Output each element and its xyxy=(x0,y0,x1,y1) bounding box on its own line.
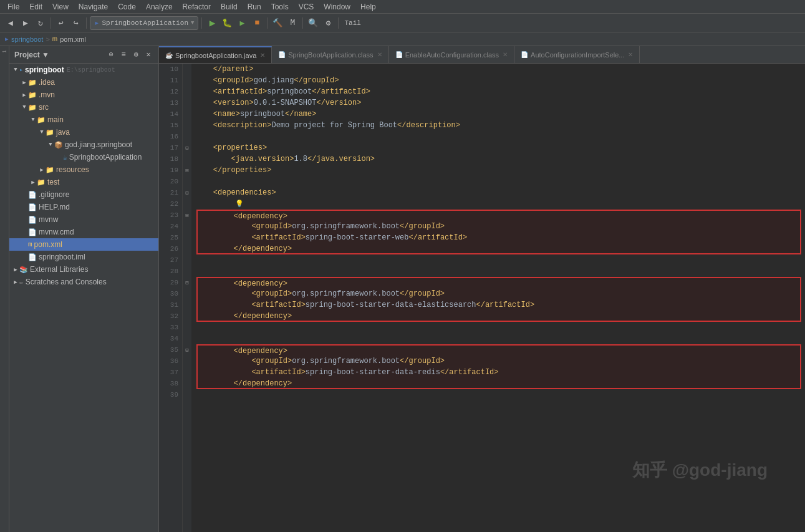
code-line-25: <artifactId>spring-boot-starter-web</art… xyxy=(196,232,801,243)
menu-item-refactor[interactable]: Refactor xyxy=(178,1,216,12)
tree-item-god-pkg[interactable]: ▼📦god.jiang.springboot xyxy=(9,138,158,151)
breadcrumb-project[interactable]: springboot xyxy=(11,36,43,43)
sync-btn[interactable]: ↻ xyxy=(34,16,47,30)
back-btn[interactable]: ◀ xyxy=(4,16,17,30)
sidebar: Project ▼ ⊙ ≡ ⚙ ✕ ▼▸springbootE:\springb… xyxy=(9,46,159,532)
tree-item-main[interactable]: ▼📁main xyxy=(9,114,158,126)
code-line-16 xyxy=(195,131,801,142)
code-line-10: </parent> xyxy=(195,64,801,75)
line-num-31: 31 xyxy=(159,299,182,311)
code-line-34 xyxy=(195,333,801,344)
line-num-21: 21 xyxy=(159,187,182,198)
settings-btn[interactable]: ⚙ xyxy=(321,16,335,30)
menu-item-vcs[interactable]: VCS xyxy=(294,1,319,12)
gear-icon[interactable]: ⚙ xyxy=(131,50,141,60)
tab-3[interactable]: 📄AutoConfigurationImportSele...✕ xyxy=(514,46,640,64)
code-line-24: <groupId>org.springframework.boot</group… xyxy=(196,221,801,232)
tree-item-idea[interactable]: ▶📁.idea xyxy=(9,76,158,89)
code-line-29: <dependency> xyxy=(196,277,801,288)
arrow-src[interactable]: ▼ xyxy=(21,104,28,111)
tree-item-SpringbootApp[interactable]: ☕SpringbootApplication xyxy=(9,151,158,163)
menu-item-run[interactable]: Run xyxy=(243,1,266,12)
line-num-28: 28 xyxy=(159,266,182,277)
arrow-god-pkg[interactable]: ▼ xyxy=(47,141,54,148)
fold-cell-22 xyxy=(183,198,191,210)
tree-item-src[interactable]: ▼📁src xyxy=(9,101,158,114)
tree-item-mvnwcmd[interactable]: 📄mvnw.cmd xyxy=(9,226,158,238)
menu-item-help[interactable]: Help xyxy=(355,1,381,12)
menu-item-edit[interactable]: Edit xyxy=(24,1,47,12)
tree-item-pomxml[interactable]: mpom.xml xyxy=(9,238,158,251)
build-btn[interactable]: 🔨 xyxy=(271,16,284,30)
tree-label-god-pkg: god.jiang.springboot xyxy=(65,140,132,149)
forward-btn[interactable]: ▶ xyxy=(19,16,32,30)
debug-btn[interactable]: 🐛 xyxy=(220,16,234,30)
tree-item-mvnw[interactable]: 📄mvnw xyxy=(9,213,158,226)
undo-btn[interactable]: ↩ xyxy=(54,16,68,30)
close-sidebar-btn[interactable]: ✕ xyxy=(143,50,153,60)
tab-bar: ☕SpringbootApplication.java✕📄SpringBootA… xyxy=(159,46,805,64)
tail-btn[interactable]: Tail xyxy=(342,16,363,30)
tab-2[interactable]: 📄EnableAutoConfiguration.class✕ xyxy=(389,46,514,64)
tab-1[interactable]: 📄SpringBootApplication.class✕ xyxy=(272,46,388,64)
arrow-mvn[interactable]: ▶ xyxy=(21,91,28,99)
menu-item-navigate[interactable]: Navigate xyxy=(74,1,113,12)
tree-item-helpmd[interactable]: 📄HELP.md xyxy=(9,201,158,213)
tree-item-java[interactable]: ▼📁java xyxy=(9,126,158,138)
run-config-dropdown[interactable]: ▸ SpringbootApplication ▼ xyxy=(90,16,198,30)
arrow-main[interactable]: ▼ xyxy=(29,116,37,123)
maven-btn[interactable]: M xyxy=(286,16,299,30)
line-num-22: 22 xyxy=(159,198,182,210)
tree-label-src: src xyxy=(39,103,49,112)
menu-item-file[interactable]: File xyxy=(2,1,24,12)
run-btn[interactable]: ▶ xyxy=(205,16,219,30)
menu-item-tools[interactable]: Tools xyxy=(266,1,294,12)
expand-btn[interactable]: ≡ xyxy=(118,50,128,60)
tab-close-0[interactable]: ✕ xyxy=(260,52,265,59)
editor-area[interactable]: 1011121314151617181920212223242526272829… xyxy=(159,64,805,532)
tab-close-2[interactable]: ✕ xyxy=(503,51,508,58)
tab-icon-1: 📄 xyxy=(278,51,286,58)
tab-close-1[interactable]: ✕ xyxy=(377,51,382,58)
tree-item-springbootiml[interactable]: 📄springboot.iml xyxy=(9,251,158,263)
tree-label-scratches: Scratches and Consoles xyxy=(26,278,107,286)
arrow-springboot-root[interactable]: ▼ xyxy=(12,66,19,74)
arrow-ext-libs[interactable]: ▶ xyxy=(12,266,19,273)
fold-cell-37 xyxy=(183,367,191,378)
code-area[interactable]: </parent> <groupId>god.jiang</groupId> <… xyxy=(191,64,805,532)
menu-item-code[interactable]: Code xyxy=(113,1,141,12)
code-line-26: </dependency> xyxy=(196,243,801,254)
code-line-15: <description>Demo project for Spring Boo… xyxy=(195,120,801,131)
tree-item-ext-libs[interactable]: ▶📚External Libraries xyxy=(9,263,158,276)
tree-item-scratches[interactable]: ▶✏Scratches and Consoles xyxy=(9,276,158,288)
project-tab-vertical[interactable]: 1 xyxy=(0,46,9,58)
fold-cell-35: ⊟ xyxy=(183,344,191,355)
tab-close-3[interactable]: ✕ xyxy=(628,51,633,58)
tree-item-test[interactable]: ▶📁test xyxy=(9,176,158,188)
tree-item-resources[interactable]: ▶📁resources xyxy=(9,163,158,176)
locate-btn[interactable]: ⊙ xyxy=(106,50,116,60)
fold-gutter: ⊟⊟⊟⊟⊟⊟ xyxy=(183,64,191,532)
menu-item-analyze[interactable]: Analyze xyxy=(141,1,178,12)
run-coverage-btn[interactable]: ▶ xyxy=(235,16,249,30)
arrow-idea[interactable]: ▶ xyxy=(21,79,28,86)
arrow-scratches[interactable]: ▶ xyxy=(12,278,19,286)
menu-item-view[interactable]: View xyxy=(47,1,74,12)
search-everywhere-btn[interactable]: 🔍 xyxy=(306,16,320,30)
code-line-13: <version>0.0.1-SNAPSHOT</version> xyxy=(195,97,801,109)
stop-btn[interactable]: ■ xyxy=(250,16,264,30)
tree-item-mvn[interactable]: ▶📁.mvn xyxy=(9,89,158,101)
tab-0[interactable]: ☕SpringbootApplication.java✕ xyxy=(159,46,272,64)
menu-item-build[interactable]: Build xyxy=(216,1,243,12)
redo-btn[interactable]: ↪ xyxy=(69,16,83,30)
arrow-java[interactable]: ▼ xyxy=(38,128,46,136)
arrow-test[interactable]: ▶ xyxy=(29,178,37,186)
tree-item-springboot-root[interactable]: ▼▸springbootE:\springboot xyxy=(9,64,158,76)
sidebar-title: Project ▼ xyxy=(14,51,49,59)
menu-item-window[interactable]: Window xyxy=(319,1,355,12)
breadcrumb-file[interactable]: pom.xml xyxy=(60,36,86,43)
arrow-resources[interactable]: ▶ xyxy=(38,166,46,173)
tree-label-mvnw: mvnw xyxy=(39,215,58,224)
tree-label-main: main xyxy=(47,115,64,124)
tree-item-gitignore[interactable]: 📄.gitignore xyxy=(9,188,158,201)
